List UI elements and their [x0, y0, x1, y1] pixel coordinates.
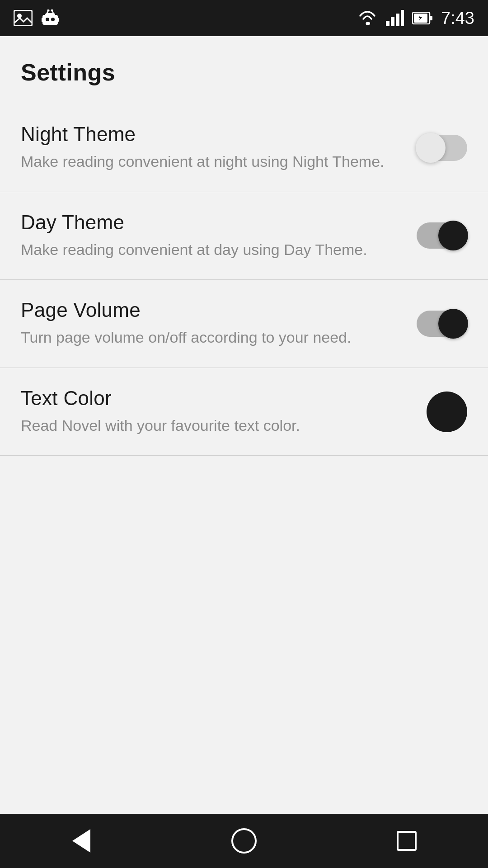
recent-icon: [397, 831, 417, 851]
page-volume-knob: [438, 309, 468, 339]
page-volume-toggle[interactable]: [417, 311, 467, 337]
day-theme-knob: [438, 221, 468, 250]
svg-point-3: [46, 18, 49, 21]
night-theme-title: Night Theme: [21, 123, 389, 146]
nav-bar: [0, 814, 488, 868]
svg-point-1: [17, 14, 22, 18]
nav-recent-button[interactable]: [380, 823, 434, 859]
svg-rect-5: [45, 13, 55, 17]
nav-back-button[interactable]: [54, 823, 108, 859]
nav-home-button[interactable]: [217, 823, 271, 859]
svg-rect-10: [42, 18, 43, 22]
svg-point-12: [366, 22, 369, 25]
night-theme-item[interactable]: Night Theme Make reading convenient at n…: [0, 104, 488, 192]
page-volume-title: Page Volume: [21, 299, 389, 321]
svg-rect-13: [386, 21, 389, 26]
svg-rect-16: [401, 10, 404, 26]
battery-icon: [412, 12, 433, 24]
day-theme-item[interactable]: Day Theme Make reading convenient at day…: [0, 192, 488, 280]
night-theme-text: Night Theme Make reading convenient at n…: [21, 123, 417, 173]
robot-icon: [42, 9, 59, 27]
svg-rect-15: [396, 14, 399, 26]
status-bar-right: 7:43: [357, 9, 474, 28]
svg-point-4: [51, 18, 55, 21]
day-theme-toggle[interactable]: [417, 222, 467, 249]
status-bar-left: [14, 9, 59, 27]
svg-rect-11: [57, 18, 59, 22]
home-icon: [231, 828, 257, 854]
svg-rect-0: [14, 10, 32, 26]
status-bar: 7:43: [0, 0, 488, 36]
text-color-desc: Read Novel with your favourite text colo…: [21, 415, 399, 437]
night-theme-toggle[interactable]: [417, 135, 467, 161]
day-theme-title: Day Theme: [21, 211, 389, 234]
image-icon: [14, 10, 33, 26]
night-theme-knob: [416, 133, 446, 163]
text-color-circle[interactable]: [427, 392, 467, 432]
wifi-icon: [357, 10, 378, 26]
page-volume-desc: Turn page volume on/off according to you…: [21, 327, 389, 349]
status-time: 7:43: [441, 9, 474, 28]
day-theme-text: Day Theme Make reading convenient at day…: [21, 211, 417, 261]
night-theme-desc: Make reading convenient at night using N…: [21, 151, 389, 173]
main-content: Settings Night Theme Make reading conven…: [0, 36, 488, 814]
day-theme-desc: Make reading convenient at day using Day…: [21, 239, 389, 261]
text-color-item[interactable]: Text Color Read Novel with your favourit…: [0, 368, 488, 456]
back-icon: [72, 829, 90, 853]
svg-rect-18: [430, 16, 432, 20]
page-volume-item[interactable]: Page Volume Turn page volume on/off acco…: [0, 280, 488, 368]
signal-icon: [386, 10, 404, 26]
page-title: Settings: [0, 36, 488, 104]
text-color-text: Text Color Read Novel with your favourit…: [21, 387, 427, 437]
svg-rect-14: [391, 17, 394, 26]
settings-list: Night Theme Make reading convenient at n…: [0, 104, 488, 456]
text-color-title: Text Color: [21, 387, 399, 410]
page-volume-text: Page Volume Turn page volume on/off acco…: [21, 299, 417, 349]
